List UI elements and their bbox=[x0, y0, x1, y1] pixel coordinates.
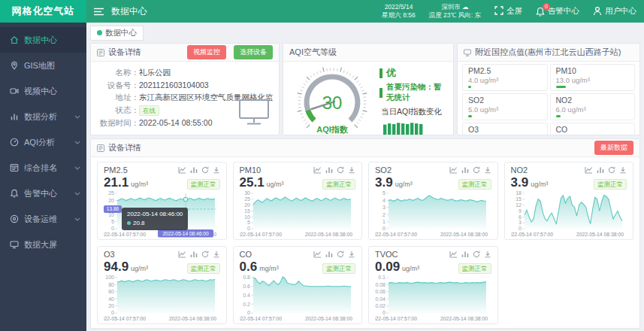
sidebar-item-aqi-analysis[interactable]: AQI分析 bbox=[0, 129, 86, 155]
card-header: CO bbox=[240, 250, 356, 259]
card-title: SO2 bbox=[375, 166, 449, 175]
svg-text:25: 25 bbox=[108, 191, 114, 196]
svg-text:4: 4 bbox=[382, 198, 385, 203]
download-icon[interactable] bbox=[484, 166, 491, 174]
so2-chart[interactable]: 0123452022-05-14 07:57:002022-05-14 08:3… bbox=[375, 191, 491, 238]
svg-text:AQI指数: AQI指数 bbox=[316, 125, 349, 134]
svg-text:60: 60 bbox=[108, 289, 114, 294]
refresh-icon[interactable] bbox=[201, 166, 209, 174]
line-chart-icon[interactable] bbox=[313, 166, 322, 174]
fullscreen-button[interactable]: 全屏 bbox=[494, 6, 522, 17]
card-title: O3 bbox=[104, 250, 178, 259]
pm25-chart[interactable]: 05101520252022-05-14 07:57:002022-05-14 … bbox=[104, 191, 220, 238]
select-device-button[interactable]: 选择设备 bbox=[234, 45, 273, 59]
sidebar-item-gis-map[interactable]: GIS地图 bbox=[0, 53, 86, 78]
line-chart-icon[interactable] bbox=[585, 166, 593, 174]
svg-text:2022-05-14 07:57:00: 2022-05-14 07:57:00 bbox=[375, 316, 417, 321]
pm25-card: PM2.521.1ug/m³监测正常05101520252022-05-14 0… bbox=[97, 162, 227, 240]
so2-chart-svg: 0123452022-05-14 07:57:002022-05-14 08:3… bbox=[375, 191, 488, 238]
sidebar-item-label: 数据大屏 bbox=[24, 239, 80, 251]
nearby-metric-pm25: PM2.54.0 ug/m³ bbox=[462, 64, 548, 91]
metric-name: PM10 bbox=[556, 66, 630, 75]
o3-chart[interactable]: 0204060801002022-05-14 07:57:002022-05-1… bbox=[104, 275, 220, 322]
sidebar-item-data-center[interactable]: 数据中心 bbox=[0, 27, 86, 53]
field-label: 设备号： bbox=[97, 80, 139, 91]
bar-chart-icon[interactable] bbox=[190, 166, 198, 174]
refresh-icon[interactable] bbox=[201, 251, 209, 258]
co-card: CO0.6mg/m³监测正常00.20.40.60.82022-05-14 07… bbox=[233, 246, 363, 324]
card-value-row: 3.9ug/m³监测正常 bbox=[511, 175, 627, 190]
header-city: 深圳市 bbox=[441, 3, 461, 11]
latest-data-button[interactable]: 最新数据 bbox=[594, 141, 633, 155]
refresh-icon[interactable] bbox=[473, 251, 480, 258]
pm10-chart[interactable]: 0510152025302022-05-14 07:57:002022-05-1… bbox=[240, 191, 356, 238]
co-chart[interactable]: 00.20.40.60.82022-05-14 07:57:002022-05-… bbox=[240, 275, 356, 322]
download-icon[interactable] bbox=[348, 166, 355, 174]
monitor-status-badge: 监测正常 bbox=[458, 179, 491, 190]
line-chart-icon[interactable] bbox=[178, 251, 186, 258]
pollutant-value: 0.09 bbox=[375, 260, 400, 275]
bar-chart-icon[interactable] bbox=[461, 251, 469, 258]
tvoc-chart[interactable]: 00.020.040.060.080.12022-05-14 07:57:002… bbox=[375, 275, 491, 322]
alarm-center-button[interactable]: 0 告警中心 bbox=[536, 6, 579, 17]
sidebar-item-video-center[interactable]: 视频中心 bbox=[0, 78, 86, 104]
bar-chart-icon[interactable] bbox=[461, 166, 469, 174]
refresh-icon[interactable] bbox=[337, 166, 344, 174]
line-chart-icon[interactable] bbox=[449, 251, 458, 258]
bar-chart-icon[interactable] bbox=[597, 166, 604, 174]
svg-text:2022-05-14 07:57:00: 2022-05-14 07:57:00 bbox=[375, 232, 417, 237]
download-icon[interactable] bbox=[348, 251, 355, 258]
sidebar-item-ranking[interactable]: 综合排名 bbox=[0, 155, 86, 181]
svg-text:25: 25 bbox=[244, 196, 250, 202]
download-icon[interactable] bbox=[619, 166, 627, 174]
top-bar-main: 数据中心 2022/5/14 星期六 8:56 深圳市 ☁ 温度 23℃ 风向:… bbox=[86, 0, 644, 23]
download-icon[interactable] bbox=[213, 166, 220, 174]
refresh-icon[interactable] bbox=[473, 166, 480, 174]
no2-chart[interactable]: 03691215182022-05-14 07:57:002022-05-14 … bbox=[511, 191, 627, 238]
bar-chart-icon[interactable] bbox=[325, 166, 333, 174]
aqi-hourly-chart[interactable]: 0时4时8时12时16时20时 bbox=[379, 118, 449, 135]
video-monitor-button[interactable]: 视频监控 bbox=[187, 45, 226, 59]
nearby-metric-no2: NO26.0 ug/m³ bbox=[550, 93, 636, 120]
metric-value: 4.0 ug/m³ bbox=[468, 76, 542, 84]
card-icons bbox=[449, 166, 491, 174]
line-chart-icon[interactable] bbox=[449, 166, 458, 174]
hamburger-menu-icon[interactable] bbox=[94, 8, 104, 16]
tvoc-chart-svg: 00.020.040.060.080.12022-05-14 07:57:002… bbox=[375, 275, 488, 322]
panel-icon bbox=[97, 144, 104, 152]
refresh-icon[interactable] bbox=[337, 251, 344, 258]
sidebar-item-device-ops[interactable]: 设备运维 bbox=[0, 206, 86, 232]
sidebar-item-label: 数据中心 bbox=[24, 35, 80, 46]
user-center-button[interactable]: 用户中心 bbox=[593, 6, 636, 17]
tab-active-dot bbox=[97, 30, 102, 35]
tab-data-center[interactable]: 数据中心 bbox=[90, 26, 144, 41]
download-icon[interactable] bbox=[213, 251, 220, 258]
svg-text:30: 30 bbox=[244, 191, 250, 196]
sidebar-item-data-screen[interactable]: 数据大屏 bbox=[0, 232, 86, 257]
line-chart-icon[interactable] bbox=[313, 251, 322, 258]
line-chart-icon[interactable] bbox=[178, 166, 186, 174]
bar-chart-icon[interactable] bbox=[325, 251, 333, 258]
field-label: 数据时间： bbox=[97, 118, 139, 129]
sidebar-item-alarm-center[interactable]: 告警中心 bbox=[0, 181, 86, 206]
card-icons bbox=[585, 166, 627, 174]
card-value-row: 3.9ug/m³监测正常 bbox=[375, 175, 491, 190]
device-info-panel: 设备详情 视频监控 选择设备 名称：礼乐公园设备号：20211216031040… bbox=[90, 43, 280, 135]
svg-text:5: 5 bbox=[382, 191, 385, 196]
card-title: CO bbox=[240, 250, 314, 259]
svg-text:2022-05-14 07:57:00: 2022-05-14 07:57:00 bbox=[104, 316, 146, 321]
svg-text:0.1: 0.1 bbox=[378, 275, 385, 280]
sidebar-item-label: GIS地图 bbox=[24, 60, 80, 71]
rank-icon bbox=[10, 163, 19, 172]
pollutant-unit: ug/m³ bbox=[395, 181, 413, 188]
nearby-metric-pm10: PM1013.0 ug/m³ bbox=[550, 64, 636, 91]
download-icon[interactable] bbox=[484, 251, 491, 258]
nearby-metrics-grid: PM2.54.0 ug/m³PM1013.0 ug/m³SO25.0 ug/m³… bbox=[458, 62, 639, 135]
refresh-icon[interactable] bbox=[608, 166, 615, 174]
metric-name: O3 bbox=[468, 125, 542, 134]
svg-text:0.04: 0.04 bbox=[375, 296, 385, 302]
sidebar-item-data-analysis[interactable]: 数据分析 bbox=[0, 104, 86, 129]
svg-text:6: 6 bbox=[519, 214, 522, 220]
bar-chart-icon[interactable] bbox=[190, 251, 198, 258]
card-header: PM10 bbox=[240, 166, 356, 175]
